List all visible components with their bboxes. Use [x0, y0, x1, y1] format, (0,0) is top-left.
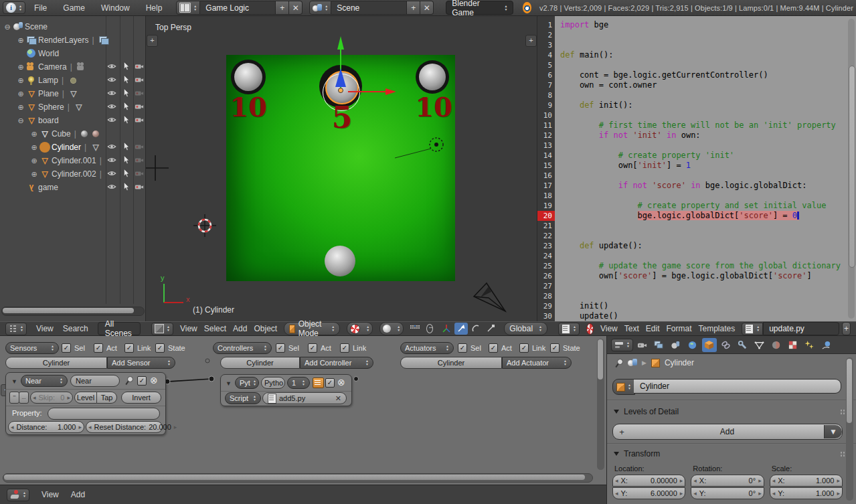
- outliner-item-renderlayers[interactable]: ⊕RenderLayers|: [0, 33, 146, 47]
- lod-panel-header[interactable]: Levels of Detail: [607, 405, 856, 418]
- outliner-item-camera[interactable]: ⊕Camera|: [0, 60, 146, 74]
- layout-dropdown[interactable]: [176, 1, 200, 15]
- logic-menu-add[interactable]: Add: [71, 490, 85, 499]
- text-datablock-dropdown[interactable]: [742, 323, 763, 335]
- outliner-item-sphere[interactable]: ⊕▽Sphere|▽: [0, 100, 146, 114]
- game-ball-sphere[interactable]: [325, 246, 355, 276]
- lod-add-dropdown[interactable]: ▼: [824, 425, 842, 438]
- menu-help[interactable]: Help: [139, 3, 170, 13]
- tap-button[interactable]: Tap: [97, 392, 117, 404]
- cursor-icon[interactable]: [121, 102, 132, 112]
- invert-button[interactable]: Invert: [121, 392, 161, 404]
- outliner-item-cylinder-002[interactable]: ⊕▽Cylinder.002|: [0, 167, 146, 181]
- controller-delete-icon[interactable]: ⊗: [337, 377, 345, 388]
- controllers-object-name[interactable]: Cylinder: [220, 357, 300, 369]
- tab-scene[interactable]: [669, 338, 683, 352]
- add-sensor-dropdown[interactable]: Add Sensor: [107, 357, 175, 369]
- viewport-3d[interactable]: Top Persp + + 10 5 10: [146, 16, 537, 321]
- tab-object[interactable]: [702, 338, 717, 352]
- tab-physics[interactable]: [819, 338, 834, 352]
- outliner-item-cube[interactable]: ⊕▽Cube|: [0, 127, 146, 141]
- sensor-delete-icon[interactable]: ⊗: [150, 375, 158, 386]
- eye-icon[interactable]: [107, 142, 118, 153]
- proportional-edit-icon[interactable]: [426, 324, 433, 333]
- expand-toggle-icon[interactable]: ⊕: [16, 90, 25, 98]
- eye-icon[interactable]: [107, 75, 118, 86]
- sensors-filter-sel[interactable]: ✓Sel: [62, 342, 85, 354]
- cursor-icon[interactable]: [121, 75, 132, 86]
- properties-scrollbar[interactable]: [846, 357, 853, 501]
- lod-add-button[interactable]: + Add ▼: [612, 424, 843, 440]
- pulse-true-button[interactable]: ''': [9, 392, 19, 404]
- outliner-item-cylinder-001[interactable]: ⊕▽Cylinder.001|: [0, 154, 146, 167]
- eye-icon[interactable]: [107, 182, 118, 193]
- breadcrumb-object[interactable]: Cylinder: [665, 358, 694, 367]
- logic-h-scrollbar[interactable]: [3, 473, 593, 483]
- scene-dropdown[interactable]: [309, 1, 331, 15]
- view3d-menu-select[interactable]: Select: [204, 324, 226, 333]
- sensor-type-dropdown[interactable]: Near: [21, 375, 68, 387]
- text-menu-view[interactable]: View: [600, 324, 618, 333]
- logic-editor-button[interactable]: [7, 489, 29, 501]
- logic-v-scrollbar[interactable]: [597, 339, 604, 470]
- expand-toggle-icon[interactable]: ⊕: [16, 63, 25, 72]
- expand-toggle-icon[interactable]: ⊕: [29, 170, 39, 179]
- scene-name-field[interactable]: Scene: [331, 1, 407, 15]
- scene-add-button[interactable]: +: [407, 1, 420, 15]
- pulse-false-button[interactable]: ...: [19, 392, 29, 404]
- add-actuator-dropdown[interactable]: Add Actuator: [502, 357, 572, 369]
- eye-icon[interactable]: [107, 115, 118, 126]
- camera-icon[interactable]: [135, 155, 145, 166]
- sensors-object-name[interactable]: Cylinder: [5, 357, 107, 369]
- text-menu-text[interactable]: Text: [624, 324, 639, 333]
- sensors-filter-dropdown[interactable]: Sensors: [5, 342, 59, 354]
- text-menu-format[interactable]: Format: [666, 324, 691, 333]
- transform-field-y[interactable]: ◂Y:6.00000▸: [612, 487, 685, 499]
- text-editor[interactable]: 1234567891011121314151617181920212223242…: [537, 16, 856, 321]
- logic-menu-view[interactable]: View: [41, 490, 59, 499]
- eye-icon[interactable]: [107, 155, 118, 166]
- outliner-item-scene[interactable]: ⊖Scene: [0, 20, 146, 33]
- info-editor-button[interactable]: i: [3, 1, 25, 14]
- properties-editor-button[interactable]: [611, 339, 633, 351]
- cylinder-object[interactable]: [234, 63, 262, 91]
- object-id-dropdown[interactable]: [612, 379, 635, 395]
- camera-icon[interactable]: [135, 182, 145, 193]
- expand-toggle-icon[interactable]: ⊕: [16, 36, 25, 45]
- layout-add-button[interactable]: +: [276, 1, 289, 15]
- viewport-shading-dropdown[interactable]: [379, 322, 404, 335]
- actuators-object-name[interactable]: Cylinder: [400, 357, 502, 369]
- actuators-filter-state[interactable]: ✓State: [550, 342, 580, 354]
- tab-texture[interactable]: [786, 338, 800, 352]
- script-field[interactable]: add5.py✕: [262, 392, 347, 404]
- properties-plus-tab[interactable]: +: [525, 35, 537, 47]
- text-new-button[interactable]: +: [842, 322, 851, 335]
- manipulator-rotate-icon[interactable]: [469, 323, 483, 335]
- cursor-icon[interactable]: [121, 182, 132, 193]
- camera-icon[interactable]: [135, 62, 145, 72]
- scene-delete-button[interactable]: ✕: [420, 1, 434, 15]
- cursor-icon[interactable]: [121, 155, 132, 166]
- layout-name-field[interactable]: Game Logic: [200, 1, 276, 15]
- code-area[interactable]: import bge def main(): cont = bge.logic.…: [555, 16, 849, 321]
- pin-icon[interactable]: [124, 375, 133, 385]
- outliner-editor-button[interactable]: [5, 323, 27, 335]
- controller-name-field[interactable]: Pytho: [261, 377, 285, 389]
- python-controller-node[interactable]: ▼ Pyt Pytho 1 ✓ ⊗ Script add5.py✕: [220, 374, 352, 406]
- actuators-filter-link[interactable]: ✓Link: [519, 342, 545, 354]
- distance-stepper[interactable]: ◂Distance:1.000▸: [8, 421, 84, 433]
- toolshelf-plus-tab[interactable]: +: [147, 35, 158, 47]
- view3d-menu-view[interactable]: View: [180, 324, 197, 333]
- cursor-icon[interactable]: [121, 62, 132, 72]
- camera-icon[interactable]: [135, 102, 145, 112]
- controller-state-dropdown[interactable]: 1: [287, 377, 310, 389]
- text-editor-button[interactable]: [558, 323, 580, 335]
- tab-world[interactable]: [685, 338, 700, 352]
- reset-distance-stepper[interactable]: ◂Reset Distance:20.000▸: [86, 421, 163, 433]
- controller-active-checkbox[interactable]: ✓: [325, 378, 335, 388]
- transform-field-x[interactable]: ◂X:0°▸: [691, 475, 764, 487]
- eye-icon[interactable]: [107, 169, 118, 179]
- collapse-triangle-icon[interactable]: ▼: [11, 378, 17, 385]
- outliner-item-cylinder[interactable]: ⊕▽Cylinder|▽: [0, 141, 146, 154]
- sensor-active-checkbox[interactable]: ✓: [137, 376, 147, 386]
